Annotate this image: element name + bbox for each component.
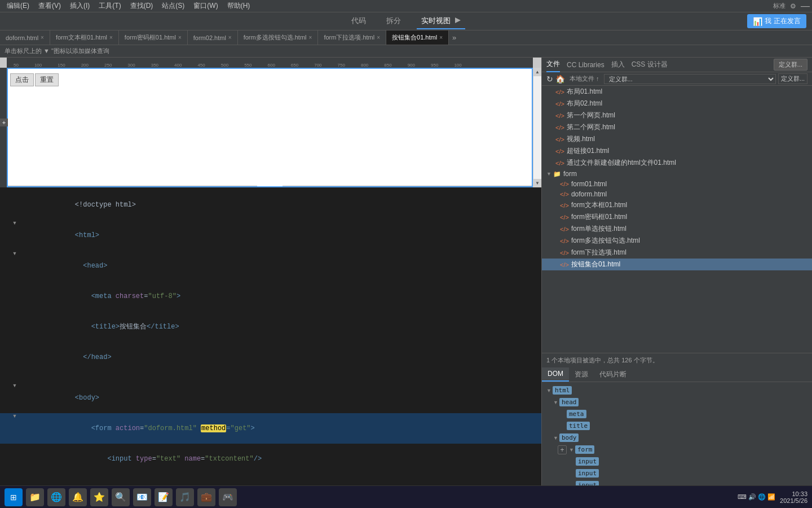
taskbar-item-3[interactable]: 🔔	[69, 488, 87, 506]
tab-form-multi[interactable]: form多选按钮勾选.html ×	[238, 30, 319, 45]
right-tab-css[interactable]: CSS 设计器	[632, 58, 668, 72]
tree-item-form-pwd[interactable]: </> form密码框01.html	[542, 211, 812, 223]
taskbar-item-8[interactable]: 🎵	[176, 488, 194, 506]
menu-edit[interactable]: 编辑(E)	[2, 0, 34, 12]
file-count-info: 1 个本地项目被选中，总共 126 个字节。	[546, 356, 659, 365]
tree-item-form01[interactable]: </> form01.html	[542, 179, 812, 189]
tab-form-text[interactable]: form文本框01.html ×	[50, 30, 119, 45]
close-tab-form02[interactable]: ×	[228, 34, 232, 41]
live-button[interactable]: 📊 我 正在发言	[747, 14, 806, 28]
tree-item-form-folder[interactable]: ▼ 📁 form	[542, 169, 812, 179]
tree-item-form-radio[interactable]: </> form单选按钮.html	[542, 223, 812, 235]
tree-item-hyperlink[interactable]: </> 超链接01.html	[542, 145, 812, 157]
dom-title-node[interactable]: title	[542, 420, 812, 432]
tree-item-second-page[interactable]: </> 第二个网页.html	[542, 121, 812, 133]
station-bar: ↻ 🏠 本地文件 ↑ 定义群... 定义群...	[542, 72, 812, 86]
code-line-6: </head>	[0, 342, 541, 373]
tab-form02[interactable]: form02.html ×	[188, 30, 238, 45]
close-tab-form-multi[interactable]: ×	[309, 34, 312, 41]
taskbar: ⊞ 📁 🌐 🔔 ⭐ 🔍 📧 📝 🎵	[0, 485, 812, 508]
more-tabs-btn[interactable]: »	[449, 30, 460, 45]
tab-form-dropdown[interactable]: form下拉选项.html ×	[318, 30, 386, 45]
tab-live[interactable]: 实时视图	[417, 14, 465, 29]
menu-view[interactable]: 查看(V)	[34, 0, 65, 12]
scroll-track[interactable]	[533, 76, 541, 179]
tree-item-form-checkbox[interactable]: </> form多选按钮勾选.html	[542, 235, 812, 247]
dom-add-btn[interactable]: +	[558, 445, 567, 454]
tab-doform[interactable]: doform.html ×	[0, 30, 50, 45]
define-btn[interactable]: 定义群...	[774, 59, 807, 71]
close-tab-form-dropdown[interactable]: ×	[377, 34, 380, 41]
tree-item-first-page[interactable]: </> 第一个网页.html	[542, 110, 812, 121]
station-select[interactable]: 定义群...	[604, 74, 776, 84]
taskbar-item-9[interactable]: 💼	[197, 488, 215, 506]
menu-help[interactable]: 帮助(H)	[223, 0, 255, 12]
dom-add-row[interactable]: + ▼ form	[542, 444, 812, 456]
dom-head-arrow[interactable]: ▼	[553, 400, 558, 405]
right-tab-files[interactable]: 文件	[546, 57, 560, 72]
preview-area: 50 100 150 200 250 300 350 400 450 500 5…	[0, 58, 541, 187]
tab-buttons[interactable]: 按钮集合01.html ×	[386, 30, 449, 45]
tree-item-created-file[interactable]: </> 通过文件新建创建的html文件01.html	[542, 157, 812, 169]
menu-site[interactable]: 站点(S)	[157, 0, 189, 12]
dom-head-node[interactable]: ▼ head	[542, 396, 812, 408]
define-station-btn[interactable]: 定义群...	[778, 73, 807, 84]
taskbar-start-btn[interactable]: ⊞	[5, 488, 23, 506]
menu-bar: 编辑(E) 查看(V) 插入(I) 工具(T) 查找(D) 站点(S) 窗口(W…	[0, 0, 812, 12]
tree-item-layout01[interactable]: </> 布局01.html	[542, 86, 812, 98]
dom-form-expand-arrow[interactable]: ▼	[569, 447, 574, 453]
right-tab-libraries[interactable]: CC Libraries	[567, 59, 604, 71]
tab-code[interactable]: 代码	[347, 14, 370, 29]
dom-input2-node[interactable]: input	[542, 467, 812, 479]
taskbar-file-explorer[interactable]: 📁	[26, 488, 44, 506]
dom-tab-dom[interactable]: DOM	[542, 367, 569, 382]
settings-icon[interactable]: ⚙	[790, 2, 796, 10]
menu-insert[interactable]: 插入(I)	[65, 0, 94, 12]
preview-form-buttons: 点击 重置	[10, 73, 59, 86]
taskbar-item-6[interactable]: 📧	[133, 488, 151, 506]
preview-scrollbar[interactable]: ▲ ▼	[533, 68, 541, 187]
dom-tab-resources[interactable]: 资源	[569, 367, 594, 382]
tree-item-layout02[interactable]: </> 布局02.html	[542, 98, 812, 110]
live-status: 正在发言	[774, 16, 801, 26]
code-editor: <!doctype html> ▼ <html> ▼	[0, 187, 541, 493]
view-tabs: 代码 拆分 实时视图	[347, 14, 465, 29]
dom-body-arrow[interactable]: ▼	[553, 435, 558, 441]
dom-tab-snippets[interactable]: 代码片断	[594, 367, 632, 382]
taskbar-item-7[interactable]: 📝	[155, 488, 173, 506]
dom-meta-node[interactable]: meta	[542, 408, 812, 420]
close-tab-buttons[interactable]: ×	[439, 34, 443, 41]
taskbar-edge[interactable]: 🌐	[47, 488, 65, 506]
right-tab-insert[interactable]: 插入	[611, 58, 625, 72]
scroll-up-btn[interactable]: ▲	[533, 68, 541, 76]
close-maximize-icon[interactable]: —	[801, 1, 810, 11]
dom-form-tag: form	[575, 445, 595, 454]
close-tab-form-text[interactable]: ×	[109, 34, 113, 41]
code-line-7	[0, 373, 541, 383]
preview-reset-btn[interactable]: 重置	[35, 73, 59, 86]
add-element-btn[interactable]: +	[0, 119, 8, 126]
menu-window[interactable]: 窗口(W)	[189, 0, 222, 12]
refresh-icon[interactable]: ↻	[546, 75, 553, 84]
menu-tools[interactable]: 工具(T)	[94, 0, 125, 12]
preview-click-btn[interactable]: 点击	[10, 73, 34, 86]
home-icon[interactable]: 🏠	[555, 75, 565, 84]
dom-input1-node[interactable]: input	[542, 456, 812, 467]
dom-html-node[interactable]: ▼ html	[542, 384, 812, 396]
tree-item-doform[interactable]: </> doform.html	[542, 189, 812, 199]
dom-html-arrow[interactable]: ▼	[546, 388, 551, 393]
tree-item-video[interactable]: </> 视频.html	[542, 133, 812, 145]
taskbar-item-4[interactable]: ⭐	[90, 488, 108, 506]
tree-item-form-textbox[interactable]: </> form文本框01.html	[542, 199, 812, 211]
dom-body-node[interactable]: ▼ body	[542, 432, 812, 444]
taskbar-item-10[interactable]: 🎮	[219, 488, 237, 506]
menu-find[interactable]: 查找(D)	[126, 0, 158, 12]
tree-item-buttons01[interactable]: </> 按钮集合01.html	[542, 259, 812, 270]
tab-split[interactable]: 拆分	[382, 14, 405, 29]
tab-form-pwd[interactable]: form密码框01.html ×	[119, 30, 188, 45]
tree-item-form-select[interactable]: </> form下拉选项.html	[542, 247, 812, 259]
taskbar-item-5[interactable]: 🔍	[112, 488, 130, 506]
close-tab-form-pwd[interactable]: ×	[178, 34, 182, 41]
scroll-down-btn[interactable]: ▼	[533, 179, 541, 187]
close-tab-doform[interactable]: ×	[41, 34, 44, 41]
